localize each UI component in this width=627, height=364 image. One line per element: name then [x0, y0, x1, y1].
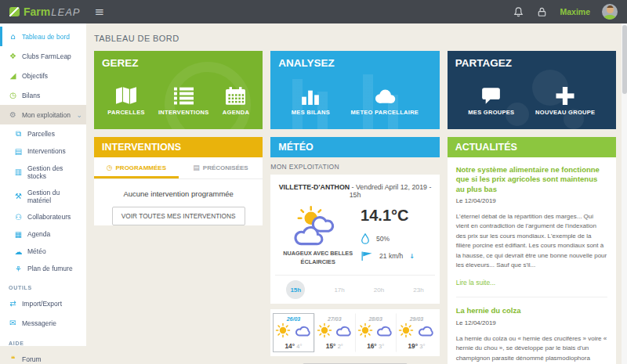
sidebar-item-label: Tableau de bord — [22, 33, 70, 41]
sidebar-item-icon: ❝ — [9, 355, 17, 363]
sidebar-item-icon: ⌂ — [9, 32, 17, 41]
meteo-datetime: - Vendredi April 12, 2019 - 15h — [350, 183, 432, 199]
shortcut-mes-groupes[interactable]: MES GROUPES — [468, 87, 514, 121]
bar-chart-icon — [301, 87, 320, 105]
card-title: ANALYSEZ — [270, 51, 439, 69]
forecast-weather-icon — [357, 323, 393, 341]
sidebar-subitem[interactable]: ☁ Météo — [0, 243, 86, 260]
shortcut-meteo-parcellaire[interactable]: METEO PARCELLAIRE — [351, 87, 419, 121]
sidebar-item-label: Gestion du matériel — [27, 189, 82, 204]
sidebar-subitem[interactable]: ▥ Gestion des stocks — [0, 160, 86, 184]
forecast-day[interactable]: 28/03 — [355, 313, 396, 352]
card-items: MES GROUPES NOUVEAU GROUPE — [448, 70, 616, 121]
news-excerpt: La hernie du colza ou « hernie des cruci… — [456, 334, 607, 364]
wind-value: 21 km/h — [379, 252, 403, 260]
hour-option[interactable]: 20h — [374, 287, 384, 294]
sidebar-subitem[interactable]: ▤ Interventions — [0, 142, 86, 160]
sidebar-subitem[interactable]: ⚇ Collaborateurs — [0, 208, 86, 225]
calendar-icon — [226, 87, 245, 105]
logo-text-leap: LEAP — [51, 6, 80, 18]
shortcut-label: NOUVEAU GROUPE — [535, 109, 595, 116]
farmleap-logo[interactable]: Farm LEAP — [9, 5, 80, 18]
forecast-temps: 15° 2° — [326, 342, 343, 350]
interventions-panel: INTERVENTIONS ◷ PROGRAMMÉES ▤ PRÉCONISÉE… — [94, 137, 263, 364]
card-analysez: ANALYSEZ MES BILANS METEO PARCELL — [270, 51, 439, 129]
sidebar-item-icon: ◢ — [9, 71, 17, 80]
sidebar-section-outils: OUTILS — [0, 277, 86, 294]
card-partagez: PARTAGEZ MES GROUPES NOUVEAU GROUPE — [448, 51, 616, 129]
shortcut-interventions[interactable]: INTERVENTIONS — [158, 87, 209, 121]
shortcut-mes-bilans[interactable]: MES BILANS — [292, 87, 330, 121]
hour-option[interactable]: 23h — [413, 287, 423, 294]
hamburger-menu-icon[interactable]: ≡ — [94, 5, 104, 19]
news-article: La hernie du colza Le 12/04/2019 La hern… — [456, 297, 607, 364]
forecast-date: 28/03 — [368, 316, 382, 322]
scrollbar-thumb[interactable] — [622, 25, 627, 94]
forecast-card: 26/03 — [270, 309, 439, 356]
news-title[interactable]: La hernie du colza — [456, 306, 607, 315]
shortcut-label: INTERVENTIONS — [158, 109, 209, 116]
sidebar-item-label: Messagerie — [22, 319, 56, 327]
tab-programmees[interactable]: ◷ PROGRAMMÉES — [94, 157, 179, 178]
shortcut-parcelles[interactable]: PARCELLES — [107, 87, 145, 121]
hour-selector: 15h 17h 20h 23h — [275, 275, 434, 304]
sidebar-item-icon: ▤ — [14, 147, 23, 156]
username[interactable]: Maxime — [560, 7, 590, 16]
sidebar-item-label: Mon exploitation — [22, 111, 71, 119]
forecast-day[interactable]: 29/03 — [396, 313, 437, 352]
read-more-link[interactable]: Lire la suite... — [456, 279, 496, 287]
interventions-panel-title: INTERVENTIONS — [94, 137, 263, 157]
sidebar-item-icon: ☁ — [14, 247, 23, 256]
header-right: Maxime — [513, 4, 618, 20]
sidebar-subitem[interactable]: ⧉ Parcelles — [0, 124, 86, 142]
hour-option[interactable]: 17h — [334, 287, 344, 294]
sidebar-item-label: Forum — [22, 355, 42, 363]
temperature-value: 14.1°C — [361, 207, 435, 225]
sidebar-item-icon: ⚇ — [14, 213, 23, 222]
sidebar-subitem[interactable]: ⚘ Plan de fumure — [0, 260, 86, 277]
sidebar-group-main: ⌂ Tableau de bord ❖ Clubs FarmLeap ◢ Obj… — [0, 27, 86, 105]
lock-icon[interactable] — [536, 6, 548, 18]
shortcut-nouveau-groupe[interactable]: NOUVEAU GROUPE — [535, 87, 595, 121]
sidebar-item[interactable]: ❝ Forum — [0, 349, 86, 364]
meteo-location-line: VILLETTE-D'ANTHON - Vendredi April 12, 2… — [275, 183, 434, 199]
top-bar: Farm LEAP ≡ Maxime — [0, 0, 627, 23]
interventions-tabs: ◷ PROGRAMMÉES ▤ PRÉCONISÉES — [94, 157, 263, 179]
sidebar-item[interactable]: ◢ Objectifs — [0, 66, 86, 85]
sidebar-group-aide: ❝ Forum ? FAQ ☏ Contact — [0, 349, 86, 364]
sidebar-item[interactable]: ◷ Bilans — [0, 85, 86, 105]
sidebar-subitem[interactable]: ▦ Agenda — [0, 225, 86, 243]
wind-flag-icon — [361, 250, 373, 261]
bell-icon[interactable] — [513, 6, 524, 18]
shortcut-agenda[interactable]: AGENDA — [223, 87, 249, 121]
forecast-day[interactable]: 27/03 — [314, 313, 355, 352]
sidebar-item-icon: ▦ — [14, 230, 23, 239]
shortcut-label: MES GROUPES — [468, 109, 514, 116]
sidebar-item[interactable]: ⇄ Import/Export — [0, 294, 86, 313]
sidebar: ⌂ Tableau de bord ❖ Clubs FarmLeap ◢ Obj… — [0, 23, 86, 346]
forecast-date: 26/03 — [287, 316, 301, 322]
sidebar-item-label: Parcelles — [27, 130, 55, 138]
card-gerez: GEREZ PARCELLES — [94, 51, 263, 129]
sidebar-item-icon: ✉ — [9, 319, 17, 327]
news-title[interactable]: Notre système alimentaire ne fonctionne … — [456, 165, 607, 194]
view-all-interventions-button[interactable]: VOIR TOUTES MES INTERVENTIONS — [112, 207, 245, 225]
news-excerpt: L'éternel débat de la répartition des ma… — [456, 212, 607, 270]
news-date: Le 12/04/2019 — [456, 319, 607, 326]
hour-option[interactable]: 15h — [286, 280, 305, 299]
sidebar-item-mon-exploitation[interactable]: ⚙ Mon exploitation ⌄ — [0, 105, 86, 124]
sidebar-item[interactable]: ⌂ Tableau de bord — [0, 27, 86, 46]
leaf-bubble-icon — [9, 7, 20, 16]
forecast-day[interactable]: 26/03 — [273, 313, 314, 352]
forecast-date: 27/03 — [328, 316, 342, 322]
tab-preconisees[interactable]: ▤ PRÉCONISÉES — [179, 157, 263, 178]
sidebar-item[interactable]: ✉ Messagerie — [0, 313, 86, 333]
forecast-weather-icon — [317, 323, 353, 341]
tab-label: PRÉCONISÉES — [203, 164, 248, 171]
user-avatar[interactable] — [602, 4, 618, 20]
sidebar-item[interactable]: ❖ Clubs FarmLeap — [0, 46, 86, 66]
sidebar-subitem[interactable]: ⚒ Gestion du matériel — [0, 184, 86, 208]
gear-icon: ⚙ — [9, 110, 17, 119]
card-title: GEREZ — [94, 51, 263, 69]
actualites-panel: ACTUALITÉS Notre système alimentaire ne … — [448, 137, 616, 364]
